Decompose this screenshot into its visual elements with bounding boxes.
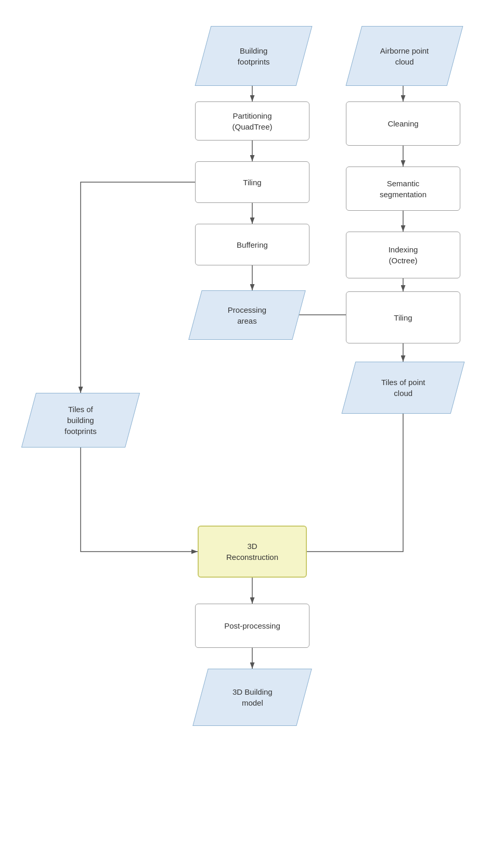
post-processing-node: Post-processing (195, 604, 309, 648)
reconstruction-3d-node: 3DReconstruction (198, 526, 307, 578)
processing-areas-label: Processingareas (223, 301, 272, 329)
partitioning-node: Partitioning(QuadTree) (195, 101, 309, 140)
model-3d-label: 3D Buildingmodel (227, 683, 278, 711)
tiling-left-node: Tiling (195, 161, 309, 203)
building-footprints-node: Buildingfootprints (195, 26, 313, 86)
tiling-right-label: Tiling (394, 312, 412, 323)
cleaning-node: Cleaning (346, 101, 460, 146)
tiles-building-footprints-node: Tiles ofbuildingfootprints (21, 393, 140, 448)
partitioning-label: Partitioning(QuadTree) (232, 110, 273, 132)
tiling-right-node: Tiling (346, 291, 460, 343)
semantic-segmentation-label: Semanticsegmentation (380, 178, 427, 200)
cleaning-label: Cleaning (387, 118, 418, 129)
tiles-building-footprints-label: Tiles ofbuildingfootprints (59, 401, 102, 440)
buffering-node: Buffering (195, 224, 309, 265)
diagram-container: Buildingfootprints Airborne pointcloud P… (0, 0, 504, 843)
airborne-point-cloud-label: Airborne pointcloud (375, 42, 434, 70)
indexing-node: Indexing(Octree) (346, 232, 460, 278)
tiling-left-label: Tiling (243, 177, 261, 188)
indexing-label: Indexing(Octree) (389, 244, 418, 266)
model-3d-node: 3D Buildingmodel (192, 669, 312, 726)
airborne-point-cloud-node: Airborne pointcloud (346, 26, 463, 86)
processing-areas-node: Processingareas (188, 290, 305, 340)
semantic-segmentation-node: Semanticsegmentation (346, 167, 460, 211)
building-footprints-label: Buildingfootprints (232, 42, 275, 70)
post-processing-label: Post-processing (224, 620, 280, 631)
tiles-point-cloud-node: Tiles of pointcloud (342, 362, 465, 414)
buffering-label: Buffering (237, 239, 268, 250)
tiles-point-cloud-label: Tiles of pointcloud (376, 374, 431, 402)
reconstruction-3d-label: 3DReconstruction (226, 541, 278, 563)
